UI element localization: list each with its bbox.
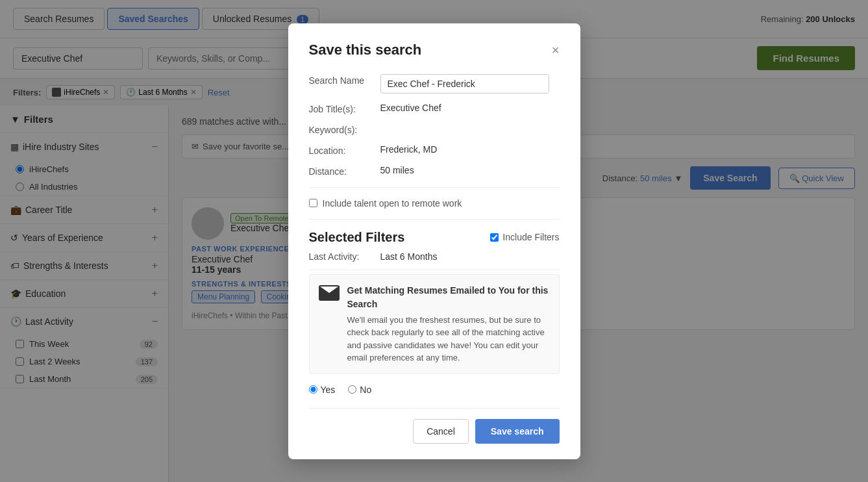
modal-divider-2 <box>309 219 560 220</box>
email-yes-radio[interactable] <box>309 385 317 394</box>
email-radio-row: Yes No <box>309 385 560 395</box>
selected-filters-title: Selected Filters <box>309 230 405 245</box>
email-no-radio[interactable] <box>348 385 356 394</box>
search-name-label: Search Name <box>309 74 380 86</box>
include-filters-row: Include Filters <box>490 232 559 242</box>
location-label: Location: <box>309 144 380 156</box>
modal-header: Save this search × <box>309 42 560 58</box>
email-notif-box: Get Matching Resumes Emailed to You for … <box>309 274 560 374</box>
email-notif-title: Get Matching Resumes Emailed to You for … <box>347 284 550 311</box>
modal-field-keywords: Keyword(s): <box>309 123 560 135</box>
remote-checkbox-label: Include talent open to remote work <box>323 198 462 209</box>
save-search-modal: Save this search × Search Name Job Title… <box>288 23 580 459</box>
search-name-input[interactable] <box>380 74 549 94</box>
include-filters-label: Include Filters <box>502 232 559 242</box>
job-titles-label: Job Title(s): <box>309 103 380 114</box>
modal-divider-1 <box>309 187 560 188</box>
last-activity-filter-label: Last Activity: <box>309 251 380 262</box>
email-no-label[interactable]: No <box>348 385 371 395</box>
email-notif-text: Get Matching Resumes Emailed to You for … <box>347 284 550 364</box>
modal-field-search-name: Search Name <box>309 74 560 94</box>
modal-close-button[interactable]: × <box>552 44 560 57</box>
email-yes-label[interactable]: Yes <box>309 385 336 395</box>
remote-checkbox[interactable] <box>309 199 317 207</box>
selected-filters-header: Selected Filters Include Filters <box>309 230 560 245</box>
modal-field-distance: Distance: 50 miles <box>309 165 560 177</box>
filter-row-last-activity: Last Activity: Last 6 Months <box>309 251 560 270</box>
email-icon <box>319 285 340 301</box>
modal-footer: Cancel Save search <box>309 408 560 444</box>
modal-overlay: Save this search × Search Name Job Title… <box>0 0 868 482</box>
distance-value: 50 miles <box>380 165 414 175</box>
distance-label: Distance: <box>309 165 380 177</box>
modal-field-location: Location: Frederick, MD <box>309 144 560 156</box>
location-value: Frederick, MD <box>380 144 438 155</box>
save-search-button[interactable]: Save search <box>475 419 560 444</box>
cancel-button[interactable]: Cancel <box>413 419 469 444</box>
last-activity-filter-value: Last 6 Months <box>380 251 438 262</box>
job-titles-value: Executive Chef <box>380 103 441 113</box>
include-filters-checkbox[interactable] <box>490 233 499 242</box>
modal-title: Save this search <box>309 42 422 58</box>
modal-field-job-titles: Job Title(s): Executive Chef <box>309 103 560 114</box>
email-notif-body: We'll email you the freshest resumes, bu… <box>347 315 545 363</box>
keywords-label: Keyword(s): <box>309 123 380 135</box>
remote-checkbox-row: Include talent open to remote work <box>309 198 560 209</box>
